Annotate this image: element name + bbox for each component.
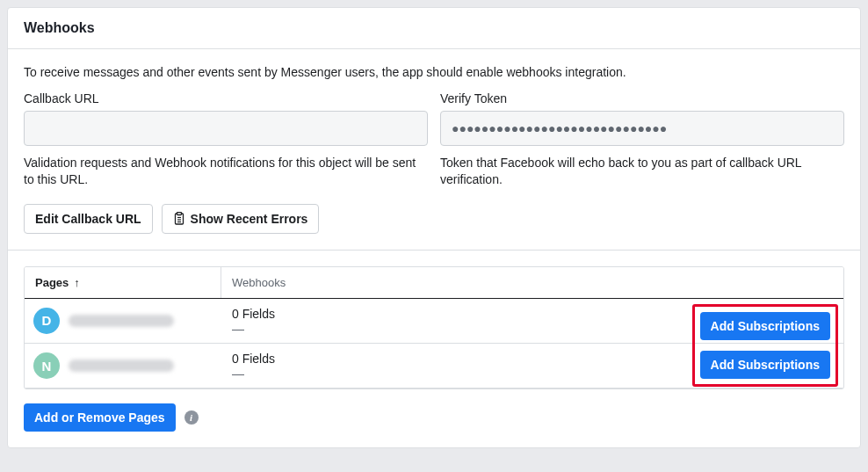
button-row: Edit Callback URL Show Recent Errors (24, 204, 844, 234)
fields-dash: — (232, 367, 275, 381)
webhooks-card: Webhooks To receive messages and other e… (7, 7, 861, 448)
verify-column: Verify Token ●●●●●●●●●●●●●●●●●●●●●●●●●●●… (440, 91, 844, 188)
pages-table: Pages ↑ Webhooks D 0 Fields — (24, 266, 844, 389)
table-header: Pages ↑ Webhooks (25, 267, 843, 299)
add-subscriptions-button[interactable]: Add Subscriptions (700, 312, 830, 340)
column-header-webhooks: Webhooks (221, 267, 843, 298)
fields-count: 0 Fields (232, 306, 275, 322)
form-row: Callback URL Validation requests and Web… (24, 91, 844, 188)
footer-actions: Add or Remove Pages i (24, 403, 844, 432)
sort-ascending-icon: ↑ (74, 276, 80, 289)
add-subscriptions-label: Add Subscriptions (711, 358, 820, 372)
page-name-redacted (69, 315, 174, 327)
section-divider (8, 250, 860, 251)
column-header-pages[interactable]: Pages ↑ (25, 267, 221, 298)
callback-url-help: Validation requests and Webhook notifica… (24, 155, 428, 188)
svg-rect-1 (177, 212, 181, 214)
add-subscriptions-button[interactable]: Add Subscriptions (700, 351, 830, 379)
edit-callback-label: Edit Callback URL (35, 212, 141, 226)
callback-url-input[interactable] (24, 111, 428, 146)
add-remove-pages-button[interactable]: Add or Remove Pages (24, 403, 176, 432)
verify-token-help: Token that Facebook will echo back to yo… (440, 155, 844, 188)
page-avatar: D (33, 308, 60, 334)
pages-header-label: Pages (35, 276, 69, 289)
add-subscriptions-highlight: Add Subscriptions Add Subscriptions (692, 304, 838, 387)
card-body: To receive messages and other events sen… (8, 49, 860, 447)
info-icon[interactable]: i (184, 410, 199, 425)
card-header: Webhooks (8, 8, 860, 49)
edit-callback-button[interactable]: Edit Callback URL (24, 204, 153, 234)
webhooks-header-label: Webhooks (232, 276, 286, 289)
verify-token-input[interactable]: ●●●●●●●●●●●●●●●●●●●●●●●●●●●●● (440, 111, 844, 146)
page-cell[interactable]: D (25, 301, 221, 341)
description-text: To receive messages and other events sen… (24, 65, 844, 79)
fields-count: 0 Fields (232, 351, 275, 367)
callback-url-label: Callback URL (24, 91, 428, 105)
show-errors-label: Show Recent Errors (191, 212, 308, 226)
callback-column: Callback URL Validation requests and Web… (24, 91, 428, 188)
add-remove-pages-label: Add or Remove Pages (34, 410, 165, 425)
verify-token-label: Verify Token (440, 91, 844, 105)
add-subscriptions-label: Add Subscriptions (711, 319, 820, 333)
page-name-redacted (69, 359, 174, 372)
show-recent-errors-button[interactable]: Show Recent Errors (162, 204, 320, 234)
card-title: Webhooks (24, 20, 844, 36)
page-cell[interactable]: N (25, 345, 221, 386)
clipboard-icon (173, 212, 185, 226)
fields-dash: — (232, 322, 275, 336)
page-avatar: N (33, 352, 60, 379)
